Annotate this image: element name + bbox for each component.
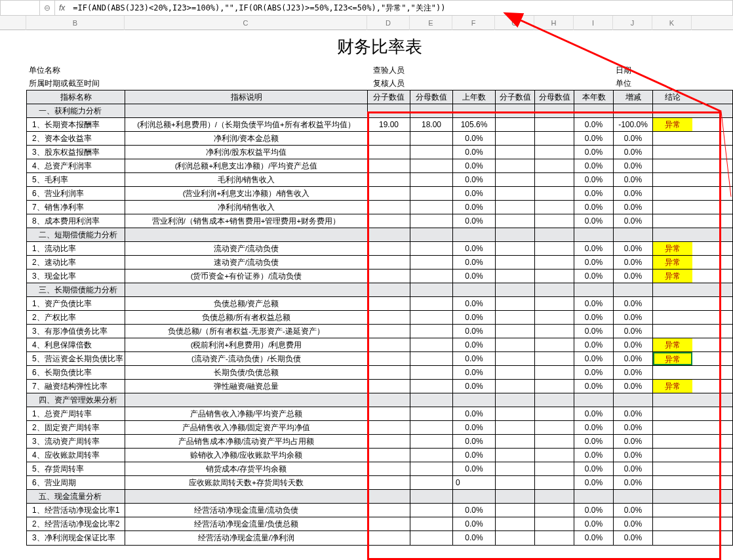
empty-cell[interactable] xyxy=(453,228,496,241)
indicator-desc[interactable]: 应收账款周转天数+存货周转天数 xyxy=(125,476,368,489)
numerator2[interactable] xyxy=(496,187,535,200)
col-header-e[interactable]: E xyxy=(410,16,452,30)
denominator[interactable] xyxy=(410,517,453,530)
denominator[interactable] xyxy=(410,214,453,228)
change[interactable]: 0.0% xyxy=(614,462,653,475)
denominator2[interactable] xyxy=(535,311,574,324)
col-header-j[interactable]: J xyxy=(613,16,652,30)
this-year[interactable]: 0.0% xyxy=(574,242,614,255)
last-year[interactable]: 0.0% xyxy=(453,201,496,214)
empty-cell[interactable] xyxy=(368,228,410,241)
change[interactable]: 0.0% xyxy=(614,352,653,365)
indicator-desc[interactable]: 经营活动净现金流量/负债总额 xyxy=(125,517,368,530)
indicator-name[interactable]: 4、总资产利润率 xyxy=(27,159,125,172)
conclusion[interactable] xyxy=(653,421,692,434)
denominator2[interactable] xyxy=(535,338,574,351)
empty-cell[interactable] xyxy=(614,104,653,117)
numerator[interactable] xyxy=(368,201,410,214)
indicator-desc[interactable]: 净利润/股东权益平均值 xyxy=(125,146,368,159)
indicator-desc[interactable]: 速动资产/流动负债 xyxy=(125,256,368,269)
indicator-name[interactable]: 5、毛利率 xyxy=(27,173,125,186)
empty-cell[interactable] xyxy=(574,393,614,407)
denominator[interactable] xyxy=(410,132,453,145)
last-year[interactable]: 0.0% xyxy=(453,421,496,434)
this-year[interactable]: 0.0% xyxy=(574,449,614,462)
denominator[interactable] xyxy=(410,325,453,338)
empty-cell[interactable] xyxy=(496,490,535,503)
last-year[interactable]: 0.0% xyxy=(453,517,496,530)
last-year[interactable]: 0.0% xyxy=(453,462,496,475)
change[interactable]: 0.0% xyxy=(614,201,653,214)
conclusion[interactable]: 异常 xyxy=(653,256,692,269)
numerator[interactable] xyxy=(368,214,410,228)
empty-cell[interactable] xyxy=(496,393,535,407)
last-year[interactable]: 0.0% xyxy=(453,311,496,324)
denominator[interactable] xyxy=(410,504,453,517)
this-year[interactable]: 0.0% xyxy=(574,531,614,545)
change[interactable]: 0.0% xyxy=(614,159,653,172)
numerator2[interactable] xyxy=(496,476,535,489)
denominator[interactable] xyxy=(410,256,453,269)
this-year[interactable]: 0.0% xyxy=(574,132,614,145)
last-year[interactable]: 0.0% xyxy=(453,270,496,283)
this-year[interactable]: 0.0% xyxy=(574,517,614,530)
change[interactable]: 0.0% xyxy=(614,270,653,283)
indicator-desc[interactable]: 营业利润/（销售成本+销售费用+管理费用+财务费用） xyxy=(125,214,368,228)
conclusion[interactable] xyxy=(653,462,692,475)
indicator-desc[interactable]: 负债总额/资产总额 xyxy=(125,297,368,310)
indicator-name[interactable]: 3、股东权益报酬率 xyxy=(27,146,125,159)
empty-cell[interactable] xyxy=(125,393,368,407)
change[interactable]: 0.0% xyxy=(614,311,653,324)
this-year[interactable]: 0.0% xyxy=(574,201,614,214)
this-year[interactable]: 0.0% xyxy=(574,462,614,475)
denominator2[interactable] xyxy=(535,256,574,269)
this-year[interactable]: 0.0% xyxy=(574,270,614,283)
last-year[interactable]: 0.0% xyxy=(453,407,496,420)
indicator-name[interactable]: 4、应收账款周转率 xyxy=(27,449,125,462)
denominator2[interactable] xyxy=(535,352,574,365)
name-box[interactable] xyxy=(1,1,40,15)
denominator[interactable] xyxy=(410,449,453,462)
indicator-desc[interactable]: 弹性融资/融资总量 xyxy=(125,380,368,393)
fx-icon[interactable]: fx xyxy=(55,3,69,12)
conclusion[interactable] xyxy=(653,201,692,214)
denominator2[interactable] xyxy=(535,531,574,545)
indicator-desc[interactable]: 产品销售成本净额/流动资产平均占用额 xyxy=(125,435,368,448)
indicator-desc[interactable]: 销货成本/存货平均余额 xyxy=(125,462,368,475)
denominator[interactable] xyxy=(410,297,453,310)
conclusion[interactable]: 异常 xyxy=(653,270,692,283)
indicator-desc[interactable]: 流动资产/流动负债 xyxy=(125,242,368,255)
numerator[interactable] xyxy=(368,270,410,283)
denominator[interactable] xyxy=(410,407,453,420)
indicator-desc[interactable]: 经营活动净现金流量/流动负债 xyxy=(125,504,368,517)
indicator-name[interactable]: 2、速动比率 xyxy=(27,256,125,269)
denominator2[interactable] xyxy=(535,449,574,462)
indicator-name[interactable]: 2、经营活动净现金比率2 xyxy=(27,517,125,530)
indicator-name[interactable]: 6、营业利润率 xyxy=(27,187,125,200)
conclusion[interactable] xyxy=(653,531,692,545)
change[interactable]: 0.0% xyxy=(614,187,653,200)
empty-cell[interactable] xyxy=(453,393,496,407)
indicator-desc[interactable]: 净利润/资本金总额 xyxy=(125,132,368,145)
indicator-desc[interactable]: 净利润/销售收入 xyxy=(125,201,368,214)
numerator2[interactable] xyxy=(496,214,535,228)
col-header-d[interactable]: D xyxy=(367,16,410,30)
col-header-k[interactable]: K xyxy=(652,16,692,30)
empty-cell[interactable] xyxy=(574,283,614,296)
empty-cell[interactable] xyxy=(125,104,368,117)
indicator-desc[interactable]: (利润总额+利息支出净额）/平均资产总值 xyxy=(125,159,368,172)
indicator-name[interactable]: 1、资产负债比率 xyxy=(27,297,125,310)
numerator2[interactable] xyxy=(496,352,535,365)
empty-cell[interactable] xyxy=(410,228,453,241)
conclusion[interactable] xyxy=(653,435,692,448)
denominator2[interactable] xyxy=(535,118,574,131)
section-label[interactable]: 五、现金流量分析 xyxy=(27,490,125,503)
this-year[interactable]: 0.0% xyxy=(574,338,614,351)
empty-cell[interactable] xyxy=(496,283,535,296)
denominator[interactable] xyxy=(410,366,453,379)
this-year[interactable]: 0.0% xyxy=(574,352,614,365)
this-year[interactable]: 0.0% xyxy=(574,504,614,517)
indicator-name[interactable]: 3、现金比率 xyxy=(27,270,125,283)
last-year[interactable]: 0.0% xyxy=(453,146,496,159)
change[interactable]: 0.0% xyxy=(614,449,653,462)
